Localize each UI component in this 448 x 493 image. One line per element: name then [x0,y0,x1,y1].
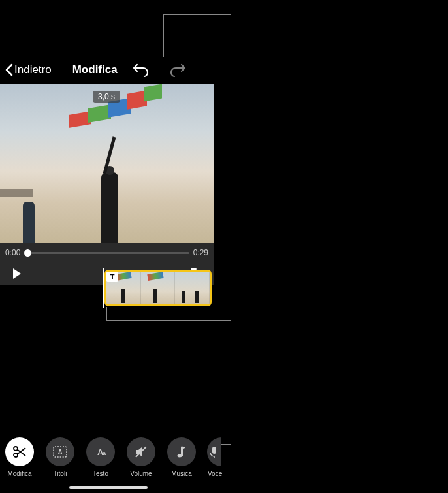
text-overlay-badge: T [106,272,118,282]
svg-text:a: a [103,450,106,456]
music-icon [176,445,187,459]
tool-label: Voce [208,470,222,477]
undo-icon [133,62,150,78]
header: Indietro Modifica [0,56,448,84]
total-time: 0:29 [193,248,208,257]
volume-mute-icon [134,445,148,458]
redo-icon [169,62,186,78]
svg-rect-7 [212,447,216,454]
tool-label: Modifica [7,470,31,477]
mic-icon [207,445,221,459]
callout-line [106,307,107,320]
tool-musica[interactable]: Musica [167,437,196,477]
callout-line [163,14,231,15]
tool-volume[interactable]: Volume [127,437,155,477]
tool-testo[interactable]: Aa Testo [86,437,115,477]
duration-badge: 3,0 s [93,91,120,103]
scrubber-bar: 0:00 0:29 [0,243,214,262]
clip-thumbnail [175,272,210,304]
tool-label: Testo [93,470,108,477]
play-button[interactable] [8,264,26,283]
tool-titoli[interactable]: A Titoli [46,437,74,477]
scrubber-track[interactable] [24,252,189,254]
background-pier [0,189,33,197]
svg-text:A: A [57,449,62,456]
home-indicator[interactable] [69,486,148,489]
clip[interactable]: T [104,270,212,306]
text-icon: Aa [93,446,108,458]
undo-button[interactable] [129,58,153,82]
tool-modifica[interactable]: Modifica [5,437,34,477]
tool-label: Musica [171,470,192,477]
current-time: 0:00 [5,248,20,257]
playhead[interactable] [103,268,104,308]
scrubber-thumb[interactable] [24,249,31,257]
figure-secondary [23,202,35,243]
clip-thumbnail [141,272,176,304]
tool-label: Titoli [54,470,67,477]
tool-label: Volume [130,470,152,477]
scissors-icon [12,445,27,459]
back-label: Indietro [14,63,52,76]
toolbar: Modifica A Titoli Aa Testo Volume Musica… [0,437,448,477]
callout-line [204,71,231,71]
page-title: Modifica [72,63,118,76]
title-icon: A [53,446,67,458]
figure-main [101,172,118,243]
tool-more[interactable] [207,437,221,466]
callout-line [163,14,164,57]
timeline[interactable]: T [104,270,212,306]
back-button[interactable]: Indietro [5,63,52,76]
svg-point-6 [178,454,182,458]
redo-button[interactable] [166,58,189,82]
play-icon [12,268,22,279]
callout-line [106,320,231,321]
video-preview[interactable]: 3,0 s [0,84,214,243]
